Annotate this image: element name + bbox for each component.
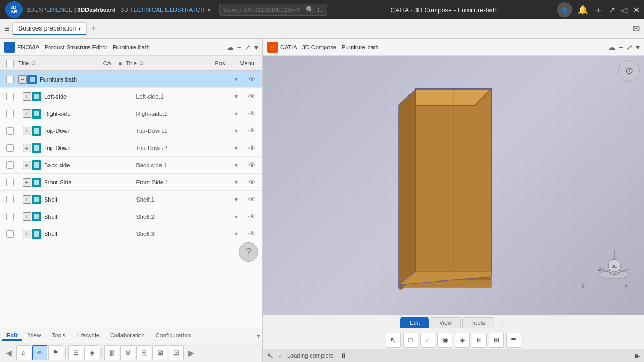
- view-tab-edit[interactable]: Edit: [400, 317, 429, 328]
- maximize-icon[interactable]: ⤢: [245, 43, 251, 51]
- help-button[interactable]: ?: [239, 242, 258, 262]
- row-chevron-0[interactable]: ▾: [228, 76, 244, 83]
- row-checkbox-2[interactable]: [2, 110, 18, 117]
- layout-button[interactable]: ▥: [104, 345, 119, 360]
- tab-configuration[interactable]: Configuration: [151, 331, 195, 341]
- select-tool[interactable]: □: [403, 333, 418, 348]
- tab-collaboration[interactable]: Collaboration: [106, 331, 149, 341]
- table-button[interactable]: ⊡: [169, 345, 184, 360]
- row-checkbox-1[interactable]: [2, 93, 18, 100]
- pointer-tool[interactable]: ↖: [386, 333, 401, 348]
- hamburger-icon[interactable]: ≡: [4, 24, 9, 34]
- row-eye-4[interactable]: 👁: [244, 144, 260, 152]
- row-chevron-6[interactable]: ▾: [228, 179, 244, 186]
- grid-button[interactable]: ⊠: [152, 345, 167, 360]
- table-row[interactable]: + Front-Side Front-Side.1 ▾ 👁: [0, 174, 262, 191]
- row-checkbox-4[interactable]: [2, 144, 18, 152]
- title-filter-icon[interactable]: ⊡: [31, 60, 35, 66]
- row-expand-1[interactable]: +: [23, 92, 31, 101]
- settings-icon[interactable]: ✕: [633, 5, 640, 15]
- row-chevron-9[interactable]: ▾: [228, 230, 244, 238]
- bookmark-button[interactable]: ⚑: [48, 345, 63, 360]
- sources-preparation-tab[interactable]: Sources preparation ▾: [12, 22, 87, 35]
- home-view-button[interactable]: ⌂: [420, 333, 435, 348]
- row-expand-8[interactable]: +: [23, 212, 31, 221]
- table-row[interactable]: + Shelf Shelf.2 ▾ 👁: [0, 208, 262, 225]
- row-chevron-5[interactable]: ▾: [228, 161, 244, 169]
- table-row[interactable]: + Shelf Shelf.1 ▾ 👁: [0, 191, 262, 208]
- cloud-icon[interactable]: ☁: [226, 43, 234, 51]
- favorite-icon[interactable]: ♡: [500, 319, 507, 327]
- add-tab-button[interactable]: +: [90, 23, 96, 34]
- row-chevron-2[interactable]: ▾: [228, 110, 244, 117]
- row-expand-2[interactable]: +: [23, 109, 31, 118]
- search-bar[interactable]: 🔍 🏷: [219, 4, 327, 16]
- compass-widget[interactable]: 3D: [596, 245, 633, 283]
- table-row[interactable]: − Furniture-bath ▾ 👁: [0, 71, 262, 88]
- table-row[interactable]: + Top-Down Top-Down.1 ▾ 👁: [0, 122, 262, 139]
- right-cloud-icon[interactable]: ☁: [608, 43, 616, 51]
- nav-helper[interactable]: ⊙: [618, 60, 640, 82]
- row-checkbox-3[interactable]: [2, 127, 18, 135]
- cursor-tool-icon[interactable]: ↖: [267, 351, 274, 360]
- row-eye-5[interactable]: 👁: [244, 161, 260, 169]
- title2-filter-icon[interactable]: ⊡: [139, 60, 143, 66]
- row-expand-7[interactable]: +: [23, 195, 31, 204]
- row-checkbox-8[interactable]: [2, 213, 18, 220]
- row-eye-7[interactable]: 👁: [244, 195, 260, 204]
- copy-button[interactable]: ⎘: [136, 345, 151, 360]
- row-chevron-7[interactable]: ▾: [228, 196, 244, 203]
- minimize-icon[interactable]: −: [237, 43, 241, 51]
- pause-icon[interactable]: ⏸: [340, 352, 346, 359]
- row-chevron-4[interactable]: ▾: [228, 144, 244, 152]
- tab-view[interactable]: View: [24, 331, 46, 341]
- add-button[interactable]: ⊕: [120, 345, 135, 360]
- row-eye-0[interactable]: 👁: [244, 75, 260, 84]
- right-minimize-icon[interactable]: −: [619, 43, 623, 51]
- tab-tools[interactable]: Tools: [47, 331, 70, 341]
- row-eye-8[interactable]: 👁: [244, 212, 260, 221]
- search-input[interactable]: [223, 6, 304, 13]
- row-expand-3[interactable]: +: [23, 127, 31, 135]
- row-chevron-3[interactable]: ▾: [228, 127, 244, 135]
- table-row[interactable]: + Back-side Back-side.1 ▾ 👁: [0, 157, 262, 174]
- tab-edit[interactable]: Edit: [2, 331, 22, 341]
- nav-next-button[interactable]: ▶: [185, 346, 197, 359]
- edit-button[interactable]: ✏: [32, 345, 47, 360]
- notification-icon[interactable]: 🔔: [577, 5, 588, 15]
- tabs-more-icon[interactable]: ▾: [257, 331, 260, 340]
- component-button[interactable]: ⊞: [68, 345, 83, 360]
- nav-prev-button[interactable]: ◀: [2, 346, 15, 359]
- row-chevron-1[interactable]: ▾: [228, 93, 244, 100]
- row-checkbox-5[interactable]: [2, 161, 18, 169]
- table-row[interactable]: + Top-Down Top-Down.2 ▾ 👁: [0, 139, 262, 157]
- viewport-3d[interactable]: z x y 3D ⊙: [263, 56, 644, 315]
- row-eye-9[interactable]: 👁: [244, 230, 260, 238]
- send-icon[interactable]: ◁: [621, 5, 627, 15]
- row-eye-6[interactable]: 👁: [244, 178, 260, 187]
- row-expand-0[interactable]: −: [18, 75, 27, 84]
- row-eye-2[interactable]: 👁: [244, 109, 260, 118]
- message-icon[interactable]: ✉: [633, 24, 640, 33]
- render-tool[interactable]: ◈: [455, 333, 470, 348]
- annotation-tool[interactable]: ≣: [506, 333, 521, 348]
- expand-icon[interactable]: ▾: [254, 43, 258, 51]
- row-eye-1[interactable]: 👁: [244, 92, 260, 101]
- right-maximize-icon[interactable]: ⤢: [626, 43, 633, 51]
- row-checkbox-6[interactable]: [2, 179, 18, 186]
- row-expand-4[interactable]: +: [23, 144, 31, 152]
- row-checkbox-9[interactable]: [2, 230, 18, 238]
- share-icon[interactable]: ↗: [609, 5, 616, 15]
- view-tab-tools[interactable]: Tools: [462, 317, 494, 328]
- row-checkbox-7[interactable]: [2, 196, 18, 203]
- measure-tool[interactable]: ⊞: [489, 333, 504, 348]
- view-tab-view[interactable]: View: [430, 317, 461, 328]
- home-button[interactable]: ⌂: [16, 345, 31, 360]
- table-row[interactable]: + Shelf Shelf.3 ▾ 👁: [0, 225, 262, 242]
- row-expand-5[interactable]: +: [23, 161, 31, 169]
- row-expand-9[interactable]: +: [23, 230, 31, 238]
- add-icon[interactable]: ＋: [594, 3, 603, 16]
- row-chevron-8[interactable]: ▾: [228, 213, 244, 220]
- section-tool[interactable]: ⊟: [472, 333, 487, 348]
- tab-lifecycle[interactable]: Lifecycle: [72, 331, 104, 341]
